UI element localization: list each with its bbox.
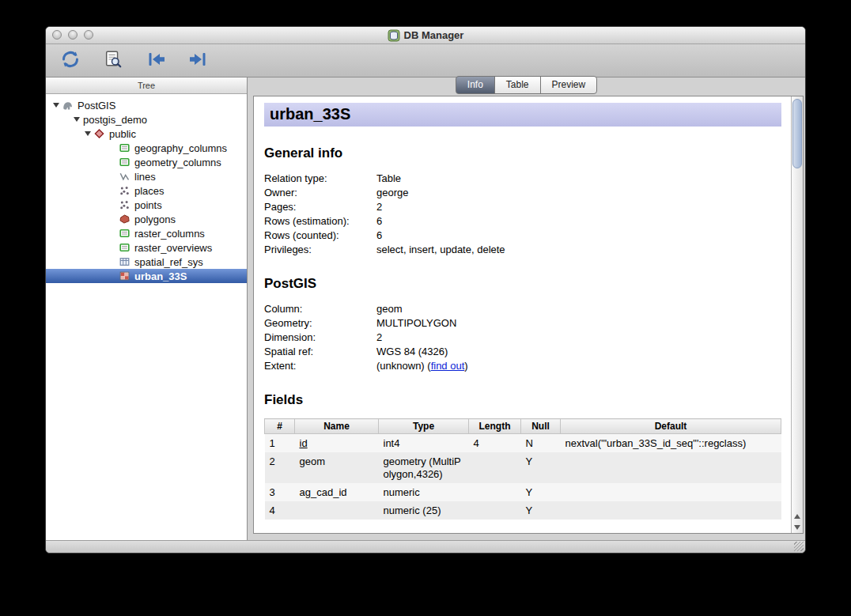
info-value: george <box>376 186 408 200</box>
column-header-name: Name <box>295 419 379 434</box>
field-default <box>561 452 781 483</box>
polygon-icon <box>119 214 134 225</box>
info-label: Owner: <box>264 186 376 200</box>
fields-heading: Fields <box>264 392 781 408</box>
refresh-button[interactable] <box>59 48 82 74</box>
table-plain-icon <box>119 256 134 267</box>
field-num: 4 <box>265 501 295 520</box>
close-button[interactable] <box>52 30 62 40</box>
tree-item-lines[interactable]: lines <box>46 169 247 183</box>
disclosure-triangle-icon[interactable] <box>71 117 82 122</box>
minimize-button[interactable] <box>68 30 78 40</box>
db-manager-app-icon <box>388 29 400 42</box>
sql-window-icon <box>104 50 123 72</box>
tree-item-places[interactable]: places <box>46 183 247 198</box>
tab-info[interactable]: Info <box>456 76 495 94</box>
field-row: 3ag_cad_idnumericY <box>265 483 781 501</box>
main-area: Tree PostGISpostgis_demopublicgeography_… <box>46 77 805 540</box>
field-null: N <box>521 434 561 453</box>
tree-panel: Tree PostGISpostgis_demopublicgeography_… <box>46 77 248 540</box>
scroll-up-button[interactable] <box>792 512 803 520</box>
toolbar <box>46 44 805 77</box>
tree-item-geography_columns[interactable]: geography_columns <box>46 141 247 155</box>
info-label: Rows (estimation): <box>264 214 376 229</box>
info-value: 2 <box>376 331 382 345</box>
db-manager-window: DB Manager Tree PostGISpostgis_demopubli… <box>45 26 806 554</box>
field-length <box>469 452 521 483</box>
detail-panel: InfoTablePreview urban_33S General infoR… <box>248 77 805 540</box>
tree-item-postgis_demo[interactable]: postgis_demo <box>46 112 247 127</box>
postgis-icon <box>62 100 77 111</box>
tree-item-label: spatial_ref_sys <box>134 256 203 268</box>
info-row: Rows (estimation):6 <box>264 214 781 229</box>
info-value: WGS 84 (4326) <box>376 345 448 359</box>
tree-item-spatial_ref_sys[interactable]: spatial_ref_sys <box>46 255 247 269</box>
info-row: Geometry:MULTIPOLYGON <box>264 316 781 331</box>
tree-item-raster_columns[interactable]: raster_columns <box>46 226 247 240</box>
field-length <box>469 483 521 501</box>
scrollbar-thumb[interactable] <box>792 99 802 168</box>
info-row: Extent:(unknown) (find out) <box>264 359 781 373</box>
info-frame: urban_33S General infoRelation type:Tabl… <box>253 96 804 534</box>
tree-item-public[interactable]: public <box>46 127 247 141</box>
field-default <box>561 483 781 501</box>
tree-item-label: PostGIS <box>77 100 115 111</box>
scroll-down-button[interactable] <box>792 523 803 531</box>
page-title: urban_33S <box>264 103 781 127</box>
column-header-type: Type <box>379 419 469 434</box>
resize-grip[interactable] <box>794 542 804 551</box>
disclosure-triangle-icon[interactable] <box>51 103 62 108</box>
tree-panel-header: Tree <box>46 77 247 94</box>
tree-item-urban_33S[interactable]: urban_33S <box>46 269 247 283</box>
tree-item-raster_overviews[interactable]: raster_overviews <box>46 240 247 255</box>
info-value: (unknown) (find out) <box>376 359 468 373</box>
db-tree: PostGISpostgis_demopublicgeography_colum… <box>46 94 247 540</box>
field-num: 3 <box>265 483 295 501</box>
tree-item-label: points <box>134 199 162 211</box>
titlebar[interactable]: DB Manager <box>46 27 805 44</box>
disclosure-triangle-icon[interactable] <box>82 131 93 136</box>
field-num: 2 <box>265 452 295 483</box>
field-length: 4 <box>469 434 521 453</box>
tree-item-label: places <box>134 185 165 197</box>
table-green-icon <box>119 228 134 239</box>
tree-item-label: postgis_demo <box>82 114 147 126</box>
field-row: 2geomgeometry (MultiPolygon,4326)Y <box>265 452 781 483</box>
field-default: nextval('"urban_33S_id_seq"'::regclass) <box>561 434 781 453</box>
export-icon <box>188 49 209 73</box>
lines-icon <box>119 171 134 182</box>
tab-preview[interactable]: Preview <box>540 76 598 94</box>
field-null: Y <box>521 501 561 520</box>
info-label: Rows (counted): <box>264 229 376 243</box>
info-value-text: (unknown) ( <box>376 360 431 372</box>
tab-table[interactable]: Table <box>494 76 541 94</box>
info-row: Owner:george <box>264 186 781 200</box>
info-row: Column:geom <box>264 302 781 316</box>
zoom-button[interactable] <box>84 30 93 40</box>
field-type: numeric (25) <box>379 501 469 520</box>
field-row: 1idint44Nnextval('"urban_33S_id_seq"'::r… <box>265 434 781 453</box>
info-label: Privileges: <box>264 243 376 257</box>
info-value: MULTIPOLYGON <box>376 316 456 331</box>
refresh-icon <box>60 49 81 73</box>
import-icon <box>146 49 166 73</box>
field-length <box>469 501 521 520</box>
column-header-num: # <box>265 419 295 434</box>
field-row: 4numeric (25)Y <box>265 501 781 520</box>
tree-item-points[interactable]: points <box>46 198 247 212</box>
info-value-text: 6 <box>376 229 382 241</box>
field-default <box>561 501 781 520</box>
content-scrollbar[interactable] <box>791 96 803 533</box>
export-layer-button[interactable] <box>187 48 210 74</box>
import-layer-button[interactable] <box>144 48 168 74</box>
find-out-link[interactable]: find out <box>431 360 465 372</box>
sql-window-button[interactable] <box>101 48 125 74</box>
tree-item-geometry_columns[interactable]: geometry_columns <box>46 155 247 169</box>
info-row: Relation type:Table <box>264 172 781 186</box>
tree-item-PostGIS[interactable]: PostGIS <box>46 98 247 112</box>
tree-item-polygons[interactable]: polygons <box>46 212 247 226</box>
info-value-text: 6 <box>376 215 382 227</box>
info-label: Geometry: <box>264 316 376 331</box>
fields-header-row: #NameTypeLengthNullDefault <box>265 419 781 434</box>
info-content: urban_33S General infoRelation type:Tabl… <box>254 96 791 533</box>
